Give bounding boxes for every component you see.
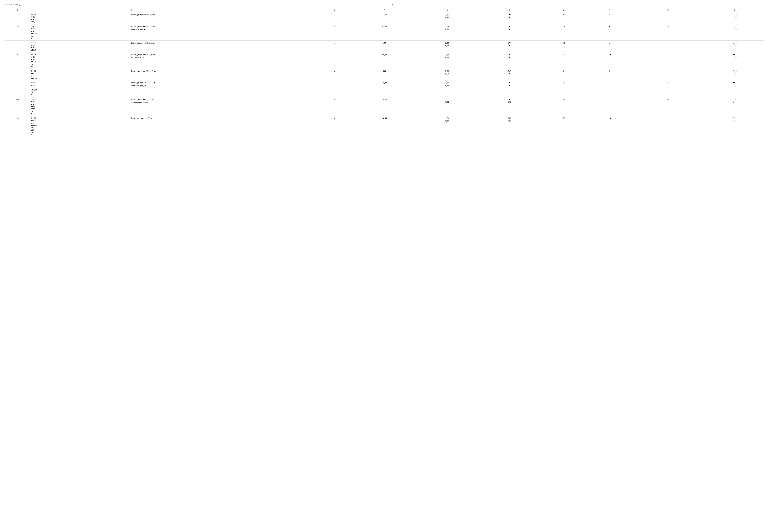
table-row: 4IЕI6-68I6-8-3цI чIп.I54,I54т.ч.п.3.IТо …	[5, 52, 764, 69]
table-row: 45ЕI6-66I6-8-IцI чIп.I38,I39т.ч.п.27т.ч.…	[5, 116, 764, 137]
row-col7: 25	[539, 12, 589, 24]
row-col6: 0,070,02	[480, 52, 539, 69]
doc-number: 503-3-20.87 IX (I)	[5, 3, 21, 6]
col-header-3: 3	[130, 8, 313, 12]
row-col5: I,790,49	[414, 116, 480, 137]
col-header-1: I	[5, 8, 30, 12]
row-col10: 0,920,03	[706, 24, 764, 41]
row-num: 4I	[5, 52, 30, 69]
row-col4: 3,00	[355, 69, 414, 80]
row-col10: I,030,03	[706, 52, 764, 69]
row-unit: м	[314, 24, 355, 41]
table-row: 44ЕI6-66I6-8-IцI чIп.I38п.I39т.ч.п.27То …	[5, 97, 764, 116]
row-desc: То же, на высоте до 6,5 м	[130, 116, 313, 137]
row-col5: 2,I30,56	[414, 24, 480, 41]
row-col10: 0,670,03	[706, 97, 764, 116]
row-col6: 0,050,02	[480, 97, 539, 116]
row-col8: 5	[589, 97, 631, 116]
row-num: 44	[5, 97, 30, 116]
row-code: ЕI6-66I6-8-IцI чIп.I38,I39т.ч.п.27т.ч.п.…	[30, 116, 130, 137]
row-desc: То же, диаметром 89x2,8 мм	[130, 41, 313, 52]
row-col9: –	[630, 41, 706, 52]
row-unit: м	[314, 12, 355, 24]
col-header-10: IO	[630, 8, 706, 12]
row-col6: 0,070,02	[480, 41, 539, 52]
row-unit: м	[314, 41, 355, 52]
row-col8: 2	[589, 69, 631, 80]
row-col5: 2,680,54	[414, 69, 480, 80]
row-code: ЕI6-69I6-8-3цI чIп.I6I,I58	[30, 69, 130, 80]
row-col10: 0,790,03	[706, 116, 764, 137]
row-col10: I,030,03	[706, 80, 764, 97]
row-code: ЕI6-67I6-8-2цI чIп.I4I,I44т.ч.п.3.I	[30, 24, 130, 41]
row-col4: 46,00	[355, 116, 414, 137]
row-col7: 236	[539, 24, 589, 41]
col-header-4: 4	[314, 8, 355, 12]
row-code: ЕI6-68I6-8-3цI чIп.I54,I54т.ч.п.3.I	[30, 52, 130, 69]
row-col7: 82	[539, 116, 589, 137]
row-col8: 30	[589, 52, 631, 69]
col-header-2: 2	[30, 8, 130, 12]
row-col4: I2,00	[355, 97, 414, 116]
row-col7: 69	[539, 80, 589, 97]
row-num: 39	[5, 24, 30, 41]
row-col4: III,00	[355, 24, 414, 41]
row-col10: 0,880,03	[706, 69, 764, 80]
row-col9: 2I	[630, 80, 706, 97]
row-desc: То же, диаметром 57x2,8ммтермообработанн…	[130, 97, 313, 116]
row-col7: 8	[539, 69, 589, 80]
row-unit: м	[314, 116, 355, 137]
row-desc: То же, диаметром 76x2,5 ммна высоте до 6…	[130, 24, 313, 41]
col-header-5: 5	[355, 8, 414, 12]
row-col7: 2I	[539, 97, 589, 116]
row-col5: 2,440,54	[414, 41, 480, 52]
row-desc: То же, диаметром 89x2,8 мм навысоте до 6…	[130, 52, 313, 69]
row-desc: То же, диаметром 76x2,8 мм	[130, 12, 313, 24]
row-col5: I,720,42	[414, 97, 480, 116]
row-col9: 3I	[630, 52, 706, 69]
row-col7: I2	[539, 41, 589, 52]
row-num: 40	[5, 41, 30, 52]
row-col4: 5,00	[355, 41, 414, 52]
row-col5: 2,050,48	[414, 12, 480, 24]
row-col8: 6	[589, 12, 631, 24]
row-col9: –	[630, 69, 706, 80]
row-num: 38	[5, 12, 30, 24]
row-col8: 23	[589, 116, 631, 137]
row-col6: 0,070,02	[480, 80, 539, 97]
row-code: ЕI6-66I6-8-IцI чIп.I38п.I39т.ч.п.27	[30, 97, 130, 116]
row-col8: 62	[589, 24, 631, 41]
table-row: 43ЕI6-69I6-8-3ЦI чIп.I6I,I58т.ч.п.3.IТо …	[5, 80, 764, 97]
row-col7: I2I	[539, 52, 589, 69]
row-col9: –	[630, 12, 706, 24]
row-code: ЕI6-67I6-8-2цI чIп.I4I,I44	[30, 12, 130, 24]
row-unit: м	[314, 97, 355, 116]
row-col9: 52	[630, 24, 706, 41]
row-col6: 0,070,02	[480, 69, 539, 80]
row-col10: 0,080,03	[706, 41, 764, 52]
row-desc: То же, диаметром IO8x2,8 мм	[130, 69, 313, 80]
row-col8: 3	[589, 41, 631, 52]
col-header-8: 8	[539, 8, 589, 12]
row-num: 43	[5, 80, 30, 97]
col-header-11: II	[706, 8, 764, 12]
row-col6: 0,050,02	[480, 24, 539, 41]
col-header-7: 7	[480, 8, 539, 12]
row-num: 42	[5, 69, 30, 80]
row-col6: 0,050,02	[480, 12, 539, 24]
table-row: 38ЕI6-67I6-8-2цI чIп.I4I,I44То же, диаме…	[5, 12, 764, 24]
row-col6: 0,050,02	[480, 116, 539, 137]
row-col9: 2I	[630, 116, 706, 137]
page-number: – II9 –	[390, 3, 396, 6]
table-row: 42ЕI6-69I6-8-3цI чIп.I6I,I58То же, диаме…	[5, 69, 764, 80]
row-col10: 0,790,03	[706, 12, 764, 24]
row-col8: I6	[589, 80, 631, 97]
row-code: ЕI6-68I6-8-3цI чIп.I52,I54	[30, 41, 130, 52]
row-col5: 2,770,63	[414, 80, 480, 97]
row-code: ЕI6-69I6-8-3ЦI чIп.I6I,I58т.ч.п.3.I	[30, 80, 130, 97]
row-col5: 2,550,63	[414, 52, 480, 69]
row-col4: 48,00	[355, 52, 414, 69]
row-col9: –	[630, 97, 706, 116]
col-header-9: 9	[589, 8, 631, 12]
row-desc: То же, диаметром IO8x2,8 ммна высоте до …	[130, 80, 313, 97]
